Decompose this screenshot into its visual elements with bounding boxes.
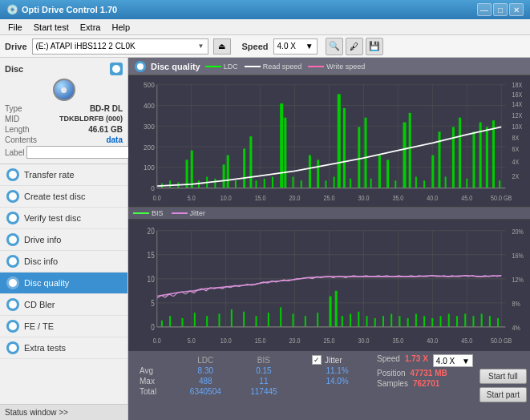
menu-file[interactable]: File	[3, 22, 27, 33]
svg-text:18X: 18X	[512, 82, 523, 90]
window-controls: — □ ✕	[477, 3, 524, 16]
svg-text:30.0: 30.0	[358, 336, 369, 345]
svg-text:25.0: 25.0	[324, 194, 335, 202]
nav-extra-tests-label: Extra tests	[24, 343, 66, 353]
menu-start-test[interactable]: Start test	[29, 22, 74, 33]
svg-rect-25	[223, 164, 225, 188]
svg-text:10.0: 10.0	[220, 336, 232, 345]
svg-rect-22	[198, 180, 200, 188]
app-icon: 💿	[6, 4, 18, 15]
svg-rect-128	[366, 316, 368, 327]
svg-rect-112	[194, 313, 196, 327]
nav-disc-info[interactable]: Disc info	[0, 251, 127, 273]
write-speed-color-swatch	[308, 66, 324, 67]
drive-select[interactable]: (E:) ATAPI iHBS112 2 CL0K ▼	[32, 38, 208, 55]
svg-text:16X: 16X	[512, 91, 523, 99]
svg-rect-40	[334, 177, 335, 188]
stats-table: LDC BIS ✓ Jitter	[128, 351, 374, 420]
svg-rect-44	[358, 127, 360, 188]
drive-select-arrow: ▼	[198, 42, 204, 50]
speed-quality-select[interactable]: 4.0 X ▼	[433, 354, 473, 367]
svg-rect-57	[452, 127, 455, 188]
svg-rect-46	[370, 179, 372, 188]
svg-text:20.0: 20.0	[289, 336, 301, 345]
start-full-button[interactable]: Start full	[479, 369, 527, 384]
nav-fe-te[interactable]: FE / TE	[0, 316, 127, 337]
toolbar-icons: 🔍 🖋 💾	[326, 38, 383, 55]
svg-rect-52	[415, 177, 417, 188]
drive-eject-button[interactable]: ⏏	[213, 38, 231, 55]
nav-transfer-rate-label: Transfer rate	[24, 170, 75, 180]
svg-text:0: 0	[151, 184, 155, 193]
svg-text:45.0: 45.0	[461, 336, 472, 345]
disc-length-label: Length	[5, 125, 30, 134]
speed-label: Speed	[242, 42, 269, 51]
maximize-button[interactable]: □	[493, 3, 508, 16]
nav-extra-tests[interactable]: Extra tests	[0, 337, 127, 359]
svg-text:400: 400	[144, 101, 155, 110]
disc-mid-row: MID TDKBLDRFB (000)	[5, 115, 123, 123]
nav-items: Transfer rate Create test disc Verify te…	[0, 164, 127, 404]
content-area: Disc quality LDC Read speed Write speed	[128, 58, 530, 420]
disc-section-title: Disc	[5, 64, 23, 74]
svg-text:35.0: 35.0	[392, 336, 403, 345]
burn-button[interactable]: 🖋	[346, 38, 363, 55]
svg-rect-62	[486, 127, 488, 188]
total-label: Total	[135, 386, 175, 397]
svg-rect-121	[305, 316, 306, 327]
nav-cd-bler[interactable]: CD Bler	[0, 294, 127, 316]
jitter-header-label: Jitter	[325, 356, 342, 365]
scan-button[interactable]: 🔍	[326, 38, 343, 55]
nav-disc-quality-label: Disc quality	[24, 278, 69, 288]
legend-read-speed-label: Read speed	[263, 63, 302, 71]
svg-rect-138	[448, 314, 450, 327]
nav-transfer-rate[interactable]: Transfer rate	[0, 164, 127, 186]
menu-help[interactable]: Help	[107, 22, 135, 33]
jitter-checkbox[interactable]: ✓	[312, 355, 322, 365]
nav-create-test-disc[interactable]: Create test disc	[0, 186, 127, 208]
verify-test-disc-icon	[6, 212, 19, 224]
svg-rect-54	[431, 155, 434, 188]
svg-rect-141	[472, 316, 474, 327]
disc-type-value: BD-R DL	[90, 104, 123, 113]
start-part-button[interactable]: Start part	[479, 387, 527, 402]
title-bar-content: 💿 Opti Drive Control 1.70	[6, 4, 117, 15]
svg-text:12X: 12X	[512, 111, 523, 119]
save-button[interactable]: 💾	[366, 38, 383, 55]
disc-info-section: Disc Type BD-R DL MID TDKBLDRFB (000)	[0, 58, 127, 164]
legend-ldc: LDC	[205, 63, 238, 71]
minimize-button[interactable]: —	[477, 3, 492, 16]
svg-text:50.0 GB: 50.0 GB	[491, 336, 512, 345]
charts-area: 500 400 300 200 100 0 18X 16X 14X 12X 10…	[128, 75, 530, 420]
speed-arrow: ▼	[305, 42, 314, 50]
bis-chart: 20 15 10 5 0 20% 16% 12% 8% 4% 0.0 5.0	[128, 220, 530, 351]
nav-disc-info-label: Disc info	[24, 256, 58, 266]
svg-rect-127	[358, 312, 359, 327]
disc-info-btn[interactable]	[110, 63, 123, 75]
svg-rect-43	[350, 179, 351, 188]
sidebar: Disc Type BD-R DL MID TDKBLDRFB (000)	[0, 58, 128, 420]
nav-drive-info[interactable]: Drive info	[0, 229, 127, 251]
status-window-label: Status window >>	[5, 408, 68, 417]
disc-quality-icon	[6, 277, 19, 289]
svg-rect-53	[423, 180, 425, 188]
status-window-button[interactable]: Status window >>	[0, 404, 127, 420]
drive-select-value: (E:) ATAPI iHBS112 2 CL0K	[36, 42, 198, 50]
svg-text:0.0: 0.0	[153, 336, 161, 345]
title-bar: 💿 Opti Drive Control 1.70 — □ ✕	[0, 0, 530, 19]
disc-label-label: Label	[5, 148, 24, 157]
svg-rect-47	[378, 155, 381, 188]
svg-rect-41	[338, 94, 341, 188]
disc-label-input[interactable]	[26, 146, 133, 159]
speed-select[interactable]: 4.0 X ▼	[273, 38, 318, 55]
menu-extra[interactable]: Extra	[75, 22, 106, 33]
svg-rect-144	[497, 318, 499, 327]
nav-disc-quality[interactable]: Disc quality	[0, 273, 127, 294]
speed-quality-value: 4.0 X	[436, 357, 455, 365]
close-button[interactable]: ✕	[509, 3, 524, 16]
svg-rect-56	[445, 177, 447, 188]
bis-jitter-legend: BIS Jitter	[128, 208, 530, 220]
create-test-disc-icon	[6, 190, 19, 203]
svg-text:15.0: 15.0	[255, 336, 266, 345]
nav-verify-test-disc[interactable]: Verify test disc	[0, 208, 127, 229]
